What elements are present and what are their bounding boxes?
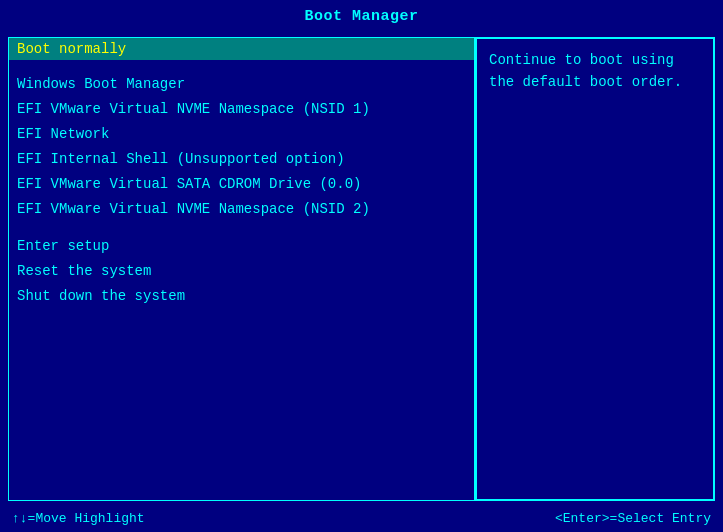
menu-item-efi-network[interactable]: EFI Network [17,122,466,147]
menu-item-shutdown[interactable]: Shut down the system [17,284,466,309]
title-text: Boot Manager [304,8,418,25]
boot-manager-screen: Boot Manager Boot normally Windows Boot … [0,0,723,532]
footer-navigation-hint: ↑↓=Move Highlight [12,511,145,526]
main-content: Boot normally Windows Boot Manager EFI V… [0,33,723,501]
menu-item-efi-nvme-2[interactable]: EFI VMware Virtual NVME Namespace (NSID … [17,197,466,222]
menu-list: Windows Boot Manager EFI VMware Virtual … [9,60,474,309]
description-text: Continue to boot usingthe default boot o… [489,52,682,90]
boot-normally-label: Boot normally [17,41,126,57]
title-bar: Boot Manager [0,0,723,33]
menu-spacer [17,222,466,234]
menu-item-reset-system[interactable]: Reset the system [17,259,466,284]
menu-item-efi-sata-cdrom[interactable]: EFI VMware Virtual SATA CDROM Drive (0.0… [17,172,466,197]
menu-item-enter-setup[interactable]: Enter setup [17,234,466,259]
menu-item-windows-boot-manager[interactable]: Windows Boot Manager [17,72,466,97]
description-panel: Continue to boot usingthe default boot o… [475,37,715,501]
left-panel: Boot normally Windows Boot Manager EFI V… [8,37,475,501]
menu-item-efi-internal-shell[interactable]: EFI Internal Shell (Unsupported option) [17,147,466,172]
boot-normally-item[interactable]: Boot normally [9,38,474,60]
menu-item-efi-nvme-1[interactable]: EFI VMware Virtual NVME Namespace (NSID … [17,97,466,122]
footer-select-hint: <Enter>=Select Entry [555,511,711,526]
footer: ↑↓=Move Highlight <Enter>=Select Entry [0,505,723,532]
